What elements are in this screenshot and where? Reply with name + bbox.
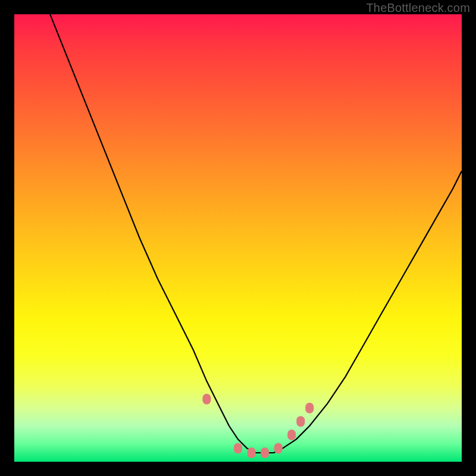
curve-marker	[248, 447, 256, 458]
curve-markers-group	[202, 394, 314, 458]
watermark-text: TheBottleneck.com	[366, 1, 470, 15]
plot-area	[14, 14, 462, 462]
curve-marker	[274, 443, 283, 453]
curve-marker	[261, 447, 269, 458]
curve-marker	[305, 403, 314, 414]
curve-marker	[287, 430, 296, 440]
curve-marker	[296, 416, 305, 427]
bottleneck-curve-line	[50, 14, 462, 453]
curve-marker	[234, 443, 242, 453]
curve-marker	[202, 394, 211, 405]
chart-frame: TheBottleneck.com	[0, 0, 476, 476]
bottleneck-curve-svg	[14, 14, 462, 462]
